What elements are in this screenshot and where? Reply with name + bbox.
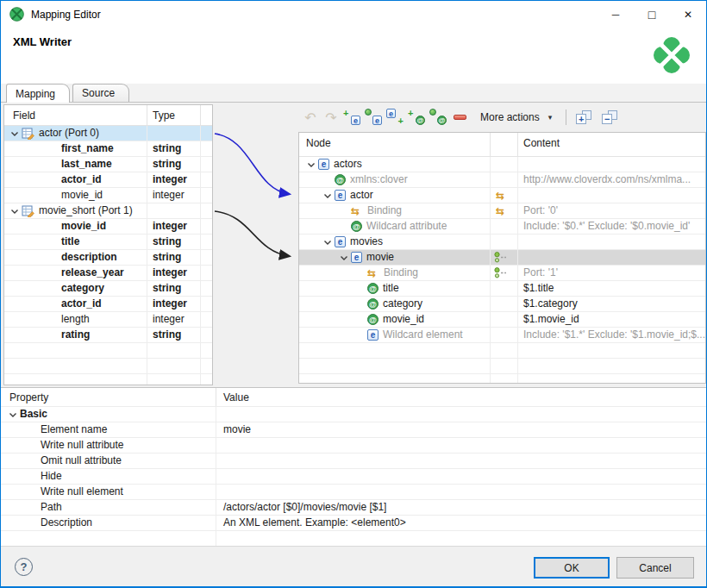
add-attribute-button[interactable]: + @ bbox=[406, 108, 427, 127]
redo-button[interactable]: ↷ bbox=[321, 108, 341, 127]
column-property[interactable]: Property bbox=[1, 391, 216, 403]
maximize-button[interactable]: □ bbox=[634, 1, 670, 28]
field-type: string bbox=[153, 158, 181, 170]
field-group-row[interactable]: movie_short (Port 1) bbox=[4, 203, 212, 219]
chevron-down-icon[interactable] bbox=[304, 158, 318, 172]
field-row[interactable]: actor_idinteger bbox=[4, 297, 212, 312]
tree-row[interactable]: ⇆BindingPort: '1' bbox=[299, 266, 705, 281]
field-row[interactable]: titlestring bbox=[4, 235, 212, 250]
add-child-element-button[interactable]: + e bbox=[341, 108, 362, 127]
tree-row[interactable]: eWildcard elementInclude: '$1.*' Exclude… bbox=[299, 328, 705, 343]
plus-icon: + bbox=[398, 116, 404, 125]
insert-element-after-button[interactable]: e + bbox=[385, 108, 405, 127]
tree-toolbar: ↶ ↷ + e e e + + @ @ bbox=[300, 104, 704, 130]
field-row[interactable]: release_yearinteger bbox=[4, 266, 212, 281]
column-field[interactable]: Field bbox=[4, 109, 147, 122]
undo-button[interactable]: ↶ bbox=[300, 108, 321, 127]
node-label: movies bbox=[350, 235, 383, 249]
binding-icon: ⇆ bbox=[496, 191, 509, 201]
close-button[interactable]: ✕ bbox=[670, 1, 706, 28]
expand-all-button[interactable]: + bbox=[573, 108, 594, 127]
element-icon: e bbox=[318, 159, 329, 170]
node-label: Binding bbox=[367, 203, 402, 218]
tree-row[interactable]: @title$1.title bbox=[299, 281, 705, 297]
field-row[interactable]: categorystring bbox=[4, 281, 212, 297]
chevron-down-icon[interactable] bbox=[321, 189, 335, 203]
attribute-icon: @ bbox=[367, 314, 379, 325]
property-row[interactable]: Element namemovie bbox=[1, 422, 706, 438]
chevron-down-icon[interactable] bbox=[321, 235, 335, 249]
field-name: rating bbox=[61, 328, 90, 342]
tree-row[interactable]: emovies bbox=[299, 235, 705, 250]
chevron-down-icon[interactable] bbox=[337, 251, 351, 265]
property-row[interactable]: Write null attribute bbox=[1, 438, 706, 454]
attribute-icon: @ bbox=[335, 174, 346, 185]
property-row[interactable]: Path/actors/actor [$0]/movies/movie [$1] bbox=[1, 500, 706, 516]
help-button[interactable]: ? bbox=[15, 558, 33, 576]
ok-button[interactable]: OK bbox=[534, 557, 610, 579]
collapse-all-button[interactable]: − bbox=[599, 108, 620, 127]
property-value[interactable]: /actors/actor [$0]/movies/movie [$1] bbox=[223, 501, 386, 513]
maximize-icon: □ bbox=[648, 8, 655, 22]
tab-source-label: Source bbox=[82, 87, 115, 99]
tree-row[interactable]: eactors bbox=[299, 157, 705, 172]
node-label: title bbox=[383, 281, 399, 296]
field-row[interactable]: descriptionstring bbox=[4, 250, 212, 266]
wizard-ball-icon bbox=[429, 109, 436, 116]
more-actions-button[interactable]: More actions ▾ bbox=[477, 109, 555, 125]
property-value[interactable]: An XML element. Example: <element0> bbox=[223, 516, 406, 529]
property-row[interactable]: Write null element bbox=[1, 485, 706, 500]
column-content[interactable]: Content bbox=[517, 133, 705, 156]
add-attribute-wizard-button[interactable]: @ bbox=[428, 108, 448, 127]
node-content: $1.movie_id bbox=[523, 313, 579, 325]
field-row[interactable]: ratingstring bbox=[4, 328, 212, 343]
column-node[interactable]: Node bbox=[299, 133, 490, 156]
minimize-button[interactable]: ─ bbox=[598, 1, 634, 28]
property-label: Description bbox=[41, 516, 92, 530]
node-label: Wildcard attribute bbox=[366, 219, 447, 234]
field-row[interactable]: movie_idinteger bbox=[4, 188, 212, 203]
remove-node-button[interactable] bbox=[449, 108, 470, 127]
page-title: XML Writer bbox=[13, 35, 72, 48]
field-name: release_year bbox=[61, 266, 124, 280]
property-group-row[interactable]: Basic bbox=[1, 407, 706, 422]
property-row[interactable]: Hide bbox=[1, 469, 706, 485]
field-type: integer bbox=[153, 313, 185, 325]
add-element-wizard-button[interactable]: e bbox=[363, 108, 384, 127]
chevron-down-icon[interactable] bbox=[6, 408, 20, 422]
tab-source[interactable]: Source bbox=[72, 84, 129, 102]
field-name: movie_id bbox=[61, 219, 106, 234]
column-type[interactable]: Type bbox=[147, 105, 200, 125]
field-row[interactable]: actor_idinteger bbox=[4, 172, 212, 188]
column-value[interactable]: Value bbox=[216, 388, 706, 406]
field-row[interactable]: movie_idinteger bbox=[4, 219, 212, 235]
field-name: title bbox=[61, 235, 79, 249]
field-group-row[interactable]: actor (Port 0) bbox=[4, 126, 212, 141]
tree-row[interactable]: @category$1.category bbox=[299, 297, 705, 312]
field-row[interactable]: lengthinteger bbox=[4, 312, 212, 328]
tree-row[interactable]: @movie_id$1.movie_id bbox=[299, 312, 705, 328]
field-row[interactable]: last_namestring bbox=[4, 157, 212, 172]
close-icon: ✕ bbox=[684, 9, 692, 21]
tree-row[interactable]: @xmlns:cloverhttp://www.cloverdx.com/ns/… bbox=[299, 172, 705, 188]
property-row[interactable]: Omit null attribute bbox=[1, 454, 706, 469]
cancel-button[interactable]: Cancel bbox=[616, 557, 694, 579]
field-name: actor_id bbox=[61, 297, 102, 311]
node-content: http://www.cloverdx.com/ns/xmlma... bbox=[523, 173, 691, 185]
tree-row[interactable]: ⇆Binding⇆Port: '0' bbox=[299, 203, 705, 219]
property-value[interactable]: movie bbox=[223, 423, 251, 435]
field-name: last_name bbox=[61, 157, 112, 172]
tree-row[interactable]: @Wildcard attributeInclude: '$0.*' Exclu… bbox=[299, 219, 705, 235]
tree-row[interactable]: eactor⇆ bbox=[299, 188, 705, 203]
tab-mapping[interactable]: Mapping bbox=[6, 84, 70, 103]
tree-row[interactable]: emovie bbox=[299, 250, 705, 266]
chevron-down-icon[interactable] bbox=[8, 127, 22, 141]
chevron-down-icon[interactable] bbox=[8, 204, 22, 218]
mapping-content: Field Type actor (Port 0)first_namestrin… bbox=[1, 103, 706, 387]
property-label: Element name bbox=[41, 422, 107, 437]
property-row[interactable]: DescriptionAn XML element. Example: <ele… bbox=[1, 516, 706, 531]
element-icon: e bbox=[335, 236, 346, 247]
field-row[interactable]: first_namestring bbox=[4, 141, 212, 157]
toolbar-separator bbox=[566, 109, 566, 125]
mapping-editor-window: Mapping Editor ─ □ ✕ XML Writer Mapping … bbox=[0, 0, 707, 588]
